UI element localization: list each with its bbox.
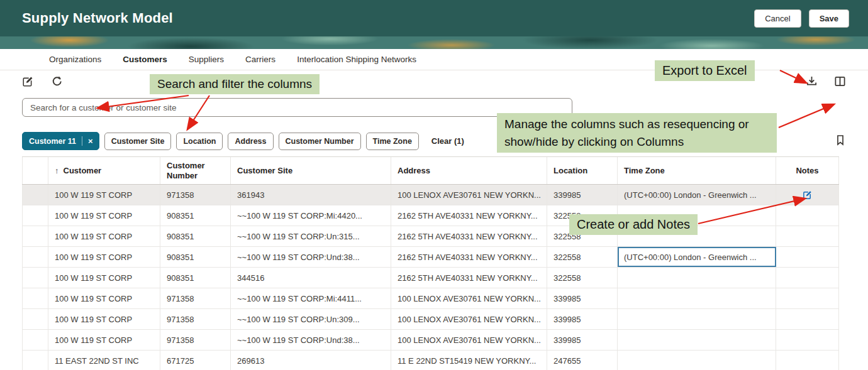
cell-notes[interactable] bbox=[776, 288, 839, 308]
filter-chip-customer-site[interactable]: Customer Site bbox=[104, 133, 172, 150]
table-row[interactable]: 100 W 119 ST CORP908351~~100 W 119 ST CO… bbox=[22, 226, 839, 247]
column-header-customer[interactable]: ↑ Customer bbox=[48, 157, 160, 184]
column-header-location[interactable]: Location bbox=[547, 157, 618, 184]
cell-customer-site[interactable]: 344516 bbox=[231, 268, 391, 288]
cell-customer[interactable]: 100 W 119 ST CORP bbox=[48, 185, 160, 205]
search-input[interactable] bbox=[22, 98, 572, 117]
cell-customer[interactable]: 100 W 119 ST CORP bbox=[48, 330, 160, 350]
save-button[interactable]: Save bbox=[809, 9, 849, 28]
cell-time-zone[interactable] bbox=[618, 288, 776, 308]
column-header-customer-site[interactable]: Customer Site bbox=[231, 157, 391, 184]
cell-location[interactable]: 322558 bbox=[547, 247, 618, 267]
cell-notes[interactable] bbox=[776, 205, 839, 226]
cell-customer[interactable]: 100 W 119 ST CORP bbox=[48, 268, 160, 288]
cell-location[interactable]: 339985 bbox=[547, 330, 618, 350]
filter-chip-customer-number[interactable]: Customer Number bbox=[279, 133, 361, 150]
cell-time-zone[interactable]: (UTC+00:00) London - Greenwich ... bbox=[618, 247, 776, 267]
row-gutter bbox=[22, 288, 48, 308]
cell-customer-number[interactable]: 971358 bbox=[160, 309, 231, 329]
table-row[interactable]: 100 W 119 ST CORP908351~~100 W 119 ST CO… bbox=[22, 205, 839, 226]
cell-address[interactable]: 2162 5TH AVE40331 NEW YORKNY... bbox=[391, 205, 547, 226]
cell-location[interactable]: 339985 bbox=[547, 288, 618, 308]
cell-notes[interactable] bbox=[776, 185, 839, 205]
note-icon[interactable] bbox=[803, 190, 812, 200]
cell-address[interactable]: 100 LENOX AVE30761 NEW YORKN... bbox=[391, 185, 547, 205]
export-to-excel-button[interactable] bbox=[806, 75, 818, 89]
cell-notes[interactable] bbox=[776, 351, 839, 370]
tab-interlocation-shipping-networks[interactable]: Interlocation Shipping Networks bbox=[297, 55, 416, 64]
cell-customer[interactable]: 100 W 119 ST CORP bbox=[48, 247, 160, 267]
tab-customers[interactable]: Customers bbox=[123, 55, 167, 64]
cell-customer[interactable]: 100 W 119 ST CORP bbox=[48, 226, 160, 246]
cell-customer-number[interactable]: 971358 bbox=[160, 288, 231, 308]
cell-customer-site[interactable]: ~~100 W 119 ST CORP:Un:315... bbox=[231, 226, 391, 246]
remove-filter-icon[interactable]: × bbox=[82, 136, 99, 146]
column-header-address[interactable]: Address bbox=[391, 157, 547, 184]
cell-notes[interactable] bbox=[776, 247, 839, 267]
column-header-time-zone[interactable]: Time Zone bbox=[618, 157, 776, 184]
cell-customer-number[interactable]: 671725 bbox=[160, 351, 231, 370]
save-search-button[interactable] bbox=[835, 134, 846, 148]
cell-notes[interactable] bbox=[776, 226, 839, 246]
cell-customer-site[interactable]: ~~100 W 119 ST CORP:Un:309... bbox=[231, 309, 391, 329]
cell-customer-number[interactable]: 908351 bbox=[160, 226, 231, 246]
table-row[interactable]: 100 W 119 ST CORP971358361943100 LENOX A… bbox=[22, 185, 839, 205]
decorative-banner bbox=[0, 36, 868, 49]
column-header-notes[interactable]: Notes bbox=[776, 157, 839, 184]
cell-address[interactable]: 100 LENOX AVE30761 NEW YORKN... bbox=[391, 309, 547, 329]
filter-chip-location[interactable]: Location bbox=[176, 133, 223, 150]
cell-customer[interactable]: 100 W 119 ST CORP bbox=[48, 288, 160, 308]
table-row[interactable]: 100 W 119 ST CORP971358~~100 W 119 ST CO… bbox=[22, 288, 839, 309]
cell-customer-number[interactable]: 971358 bbox=[160, 330, 231, 350]
filter-chip-address[interactable]: Address bbox=[228, 133, 273, 150]
cell-customer[interactable]: 100 W 119 ST CORP bbox=[48, 309, 160, 329]
active-filter-chip[interactable]: Customer 11 × bbox=[22, 132, 99, 150]
cell-customer-number[interactable]: 908351 bbox=[160, 247, 231, 267]
cell-time-zone[interactable] bbox=[618, 330, 776, 350]
cell-address[interactable]: 100 LENOX AVE30761 NEW YORKN... bbox=[391, 288, 547, 308]
filter-chip-time-zone[interactable]: Time Zone bbox=[366, 133, 419, 150]
table-row[interactable]: 11 EAST 22ND ST INC67172526961311 E 22ND… bbox=[22, 351, 839, 370]
cell-time-zone[interactable] bbox=[618, 309, 776, 329]
cell-time-zone[interactable] bbox=[618, 351, 776, 370]
cell-address[interactable]: 100 LENOX AVE30761 NEW YORKN... bbox=[391, 330, 547, 350]
cell-notes[interactable] bbox=[776, 309, 839, 329]
cell-customer-site[interactable]: ~~100 W 119 ST CORP:Mi:4420... bbox=[231, 205, 391, 226]
cell-customer-number[interactable]: 908351 bbox=[160, 268, 231, 288]
table-row[interactable]: 100 W 119 ST CORP971358~~100 W 119 ST CO… bbox=[22, 330, 839, 351]
create-note-button[interactable] bbox=[22, 76, 33, 89]
cell-time-zone[interactable] bbox=[618, 268, 776, 288]
cell-address[interactable]: 2162 5TH AVE40331 NEW YORKNY... bbox=[391, 247, 547, 267]
cell-customer-site[interactable]: 361943 bbox=[231, 185, 391, 205]
cell-customer-number[interactable]: 971358 bbox=[160, 185, 231, 205]
cell-customer-number[interactable]: 908351 bbox=[160, 205, 231, 226]
cell-time-zone[interactable]: (UTC+00:00) London - Greenwich ... bbox=[618, 185, 776, 205]
cell-address[interactable]: 11 E 22ND ST15419 NEW YORKNY... bbox=[391, 351, 547, 370]
cell-address[interactable]: 2162 5TH AVE40331 NEW YORKNY... bbox=[391, 268, 547, 288]
table-row[interactable]: 100 W 119 ST CORP9083513445162162 5TH AV… bbox=[22, 268, 839, 288]
cell-customer[interactable]: 11 EAST 22ND ST INC bbox=[48, 351, 160, 370]
column-header-customer-number[interactable]: Customer Number bbox=[160, 157, 231, 184]
cell-location[interactable]: 247655 bbox=[547, 351, 618, 370]
cell-notes[interactable] bbox=[776, 330, 839, 350]
refresh-button[interactable] bbox=[51, 75, 63, 89]
table-body: 100 W 119 ST CORP971358361943100 LENOX A… bbox=[22, 185, 839, 370]
cell-address[interactable]: 2162 5TH AVE40331 NEW YORKNY... bbox=[391, 226, 547, 246]
clear-filters-link[interactable]: Clear (1) bbox=[431, 136, 464, 146]
cell-customer[interactable]: 100 W 119 ST CORP bbox=[48, 205, 160, 226]
cell-notes[interactable] bbox=[776, 268, 839, 288]
cell-location[interactable]: 339985 bbox=[547, 309, 618, 329]
cell-location[interactable]: 322558 bbox=[547, 268, 618, 288]
cell-customer-site[interactable]: ~~100 W 119 ST CORP:Mi:4411... bbox=[231, 288, 391, 308]
tab-organizations[interactable]: Organizations bbox=[49, 55, 101, 64]
cell-location[interactable]: 339985 bbox=[547, 185, 618, 205]
cancel-button[interactable]: Cancel bbox=[754, 9, 801, 28]
table-row[interactable]: 100 W 119 ST CORP971358~~100 W 119 ST CO… bbox=[22, 309, 839, 330]
tab-suppliers[interactable]: Suppliers bbox=[189, 55, 224, 64]
cell-customer-site[interactable]: 269613 bbox=[231, 351, 391, 370]
cell-customer-site[interactable]: ~~100 W 119 ST CORP:Und:38... bbox=[231, 247, 391, 267]
table-row[interactable]: 100 W 119 ST CORP908351~~100 W 119 ST CO… bbox=[22, 247, 839, 268]
tab-carriers[interactable]: Carriers bbox=[245, 55, 275, 64]
manage-columns-button[interactable] bbox=[834, 75, 846, 89]
cell-customer-site[interactable]: ~~100 W 119 ST CORP:Und:38... bbox=[231, 330, 391, 350]
